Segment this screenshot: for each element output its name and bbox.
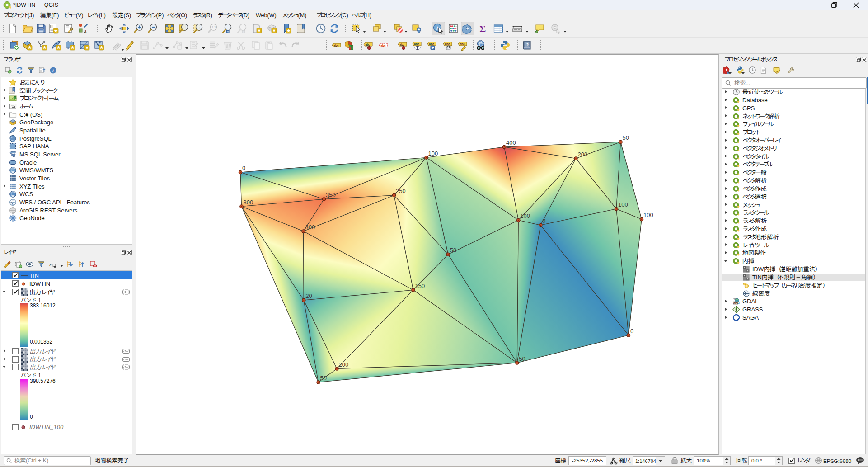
svg-text:abc: abc [429, 42, 435, 46]
svg-text:400: 400 [506, 139, 516, 146]
svg-text:a: a [84, 28, 87, 33]
svg-text:abc: abc [414, 42, 420, 46]
svg-text:100: 100 [618, 201, 628, 208]
svg-text:300: 300 [244, 199, 253, 206]
svg-text:GDAL: GDAL [733, 302, 740, 305]
svg-text:abc: abc [460, 42, 465, 46]
svg-text:50: 50 [320, 375, 327, 382]
svg-text:ε: ε [49, 261, 52, 268]
svg-text:350: 350 [326, 192, 336, 198]
svg-text:20: 20 [305, 292, 312, 299]
svg-text:200: 200 [339, 361, 349, 368]
svg-text:50: 50 [623, 134, 629, 141]
svg-text:?: ? [526, 42, 529, 47]
svg-text:150: 150 [415, 283, 425, 289]
svg-text:V: V [11, 200, 14, 204]
svg-text:1:1: 1:1 [212, 26, 216, 29]
svg-text:0: 0 [542, 217, 545, 224]
svg-text:100: 100 [643, 212, 653, 218]
svg-text:ab: ab [400, 43, 404, 46]
svg-text:0: 0 [242, 165, 245, 171]
svg-text:Σ: Σ [479, 23, 486, 34]
svg-text:abc: abc [445, 42, 450, 46]
svg-text:i: i [52, 68, 54, 73]
svg-text:250: 250 [396, 188, 406, 194]
svg-text:200: 200 [578, 151, 588, 158]
svg-text:ab: ab [366, 43, 369, 46]
svg-text:abc: abc [381, 44, 386, 47]
svg-text:50: 50 [450, 247, 456, 254]
svg-text:0: 0 [630, 328, 633, 335]
svg-text:300: 300 [305, 224, 315, 231]
svg-text:abc: abc [334, 44, 339, 47]
svg-text:100: 100 [520, 212, 530, 219]
svg-text:100: 100 [428, 150, 438, 157]
svg-text:50: 50 [519, 355, 525, 362]
